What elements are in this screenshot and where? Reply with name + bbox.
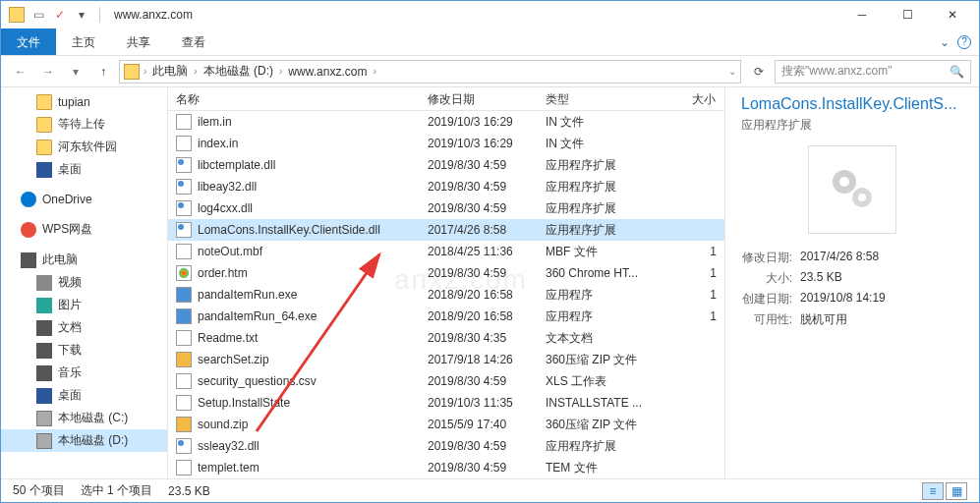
chevron-right-icon[interactable]: › [279,66,282,77]
close-button[interactable]: ✕ [930,1,975,28]
ribbon-help-icon[interactable]: ? [957,35,971,49]
breadcrumb-item[interactable]: 本地磁盘 (D:) [202,63,275,80]
file-date: 2019/8/30 4:59 [420,266,538,280]
file-date: 2019/8/30 4:59 [420,374,538,388]
file-row[interactable]: Setup.InstallState 2019/10/3 11:35 INSTA… [168,392,724,414]
download-icon [36,343,52,359]
nav-history-dropdown[interactable]: ▾ [64,60,87,84]
tree-item[interactable]: 河东软件园 [1,136,167,158]
file-row[interactable]: Readme.txt 2019/8/30 4:35 文本文档 [168,327,724,349]
file-icon [176,265,192,281]
nav-back-button[interactable]: ← [9,60,32,84]
tree-item[interactable]: 桌面 [1,384,167,407]
breadcrumb[interactable]: › 此电脑 › 本地磁盘 (D:) › www.anxz.com › ⌄ [119,60,741,84]
nav-forward-button[interactable]: → [36,60,60,84]
qat-check-icon[interactable]: ✓ [50,5,70,25]
navigation-tree[interactable]: tupian等待上传河东软件园桌面OneDriveWPS网盘此电脑视频图片文档下… [1,87,168,478]
tree-item-label: 桌面 [58,161,82,178]
file-row[interactable]: ssleay32.dll 2019/8/30 4:59 应用程序扩展 [168,435,724,457]
status-bar: 50 个项目 选中 1 个项目 23.5 KB ≡ ▦ [1,478,979,502]
music-icon [36,365,52,381]
tree-item-label: tupian [58,95,90,109]
detail-row: 大小:23.5 KB [741,270,963,287]
tree-item[interactable]: 等待上传 [1,113,167,136]
tree-item[interactable]: OneDrive [1,189,167,210]
onedrive-icon [21,192,36,207]
file-date: 2017/4/26 8:58 [420,223,538,237]
maximize-button[interactable]: ☐ [885,1,930,28]
file-row[interactable]: order.htm 2019/8/30 4:59 360 Chrome HT..… [168,262,724,284]
file-row[interactable]: security_questions.csv 2019/8/30 4:59 XL… [168,370,724,392]
column-header-date[interactable]: 修改日期 [420,87,538,110]
file-icon [176,438,192,454]
tree-item[interactable]: 本地磁盘 (D:) [1,429,167,452]
view-details-button[interactable]: ≡ [922,482,944,500]
file-type: 360压缩 ZIP 文件 [538,352,675,368]
tree-item[interactable]: 文档 [1,316,167,339]
tree-item[interactable]: WPS网盘 [1,218,167,241]
file-type: 360压缩 ZIP 文件 [538,417,675,433]
column-header-type[interactable]: 类型 [538,87,675,110]
file-name: pandaItemRun.exe [198,288,297,302]
tree-item[interactable]: 本地磁盘 (C:) [1,407,167,429]
details-title: LomaCons.InstallKey.ClientS... [741,95,963,113]
nav-up-button[interactable]: ↑ [91,60,115,84]
file-icon [176,417,192,432]
file-list: 名称 修改日期 类型 大小 ilem.in 2019/10/3 16:29 IN… [168,87,725,478]
detail-row: 修改日期:2017/4/26 8:58 [741,250,963,266]
column-header-size[interactable]: 大小 [675,87,724,110]
chevron-right-icon[interactable]: › [373,66,375,77]
file-row[interactable]: LomaCons.InstallKey.ClientSide.dll 2017/… [168,219,724,241]
tree-item[interactable]: 桌面 [1,158,167,181]
file-date: 2019/8/30 4:35 [420,331,538,345]
chevron-right-icon[interactable]: › [144,66,146,77]
tree-item[interactable]: 下载 [1,339,167,362]
file-date: 2019/8/30 4:59 [420,201,538,215]
search-placeholder: 搜索"www.anxz.com" [781,63,944,80]
ribbon-tab-view[interactable]: 查看 [166,28,221,55]
ribbon-tab-file[interactable]: 文件 [1,28,56,55]
file-date: 2019/8/30 4:59 [420,158,538,172]
tree-item[interactable]: 视频 [1,271,167,294]
file-name: ilem.in [198,115,232,129]
ribbon-expand-icon[interactable]: ⌄ [940,35,950,49]
tree-item[interactable]: 图片 [1,294,167,316]
file-type: 应用程序扩展 [538,179,675,196]
tree-item[interactable]: 此电脑 [1,249,167,271]
ribbon-tab-home[interactable]: 主页 [56,28,111,55]
file-row[interactable]: libctemplate.dll 2019/8/30 4:59 应用程序扩展 [168,154,724,176]
refresh-button[interactable]: ⟳ [747,60,771,84]
search-icon[interactable]: 🔍 [950,65,964,79]
folder-icon [36,140,52,155]
file-size: 1 [675,309,724,323]
file-row[interactable]: searchSet.zip 2017/9/18 14:26 360压缩 ZIP … [168,349,724,370]
file-row[interactable]: pandaItemRun.exe 2018/9/20 16:58 应用程序 1 [168,284,724,306]
view-thumbnails-button[interactable]: ▦ [946,482,967,500]
ribbon-tab-share[interactable]: 共享 [111,28,166,55]
qat-properties-icon[interactable]: ▭ [29,5,48,25]
breadcrumb-item[interactable]: www.anxz.com [286,65,369,79]
file-rows: ilem.in 2019/10/3 16:29 IN 文件 index.in 2… [168,111,724,478]
file-row[interactable]: log4cxx.dll 2019/8/30 4:59 应用程序扩展 [168,197,724,219]
file-name: libctemplate.dll [198,158,275,172]
breadcrumb-item[interactable]: 此电脑 [150,63,190,80]
qat-dropdown-icon[interactable]: ▾ [72,5,91,25]
file-type: 应用程序扩展 [538,222,675,239]
file-row[interactable]: sound.zip 2015/5/9 17:40 360压缩 ZIP 文件 [168,414,724,435]
file-row[interactable]: pandaItemRun_64.exe 2018/9/20 16:58 应用程序… [168,306,724,327]
file-row[interactable]: index.in 2019/10/3 16:29 IN 文件 [168,133,724,154]
detail-label: 可用性: [741,311,800,328]
file-row[interactable]: noteOut.mbf 2018/4/25 11:36 MBF 文件 1 [168,241,724,262]
column-header-name[interactable]: 名称 [168,87,420,110]
tree-item[interactable]: tupian [1,91,167,113]
chevron-right-icon[interactable]: › [194,66,197,77]
file-row[interactable]: templet.tem 2019/8/30 4:59 TEM 文件 [168,457,724,478]
svg-point-3 [858,194,866,201]
search-input[interactable]: 搜索"www.anxz.com" 🔍 [775,60,971,84]
chevron-down-icon[interactable]: ⌄ [728,66,736,77]
minimize-button[interactable]: ─ [839,1,885,28]
file-row[interactable]: ilem.in 2019/10/3 16:29 IN 文件 [168,111,724,133]
file-row[interactable]: libeay32.dll 2019/8/30 4:59 应用程序扩展 [168,176,724,197]
file-icon [176,373,192,389]
tree-item[interactable]: 音乐 [1,362,167,384]
